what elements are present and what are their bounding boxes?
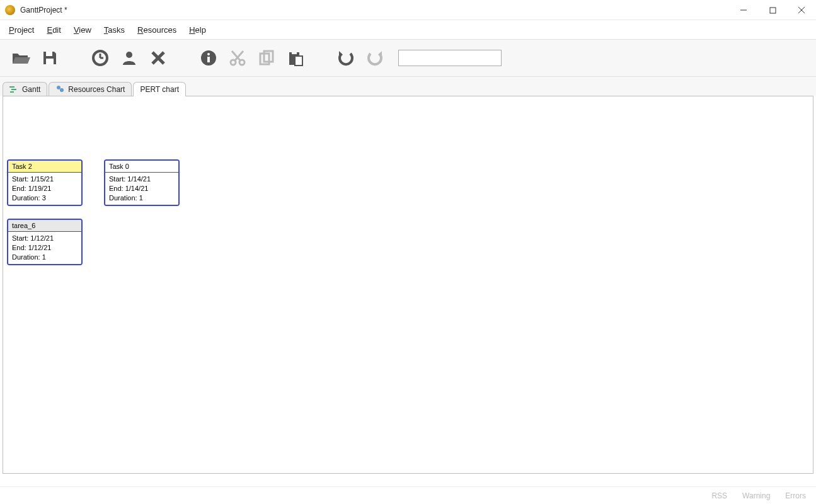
scissors-icon [229, 50, 246, 66]
folder-open-icon [11, 50, 30, 66]
resources-tab-icon [55, 85, 64, 94]
minimize-icon [740, 6, 747, 14]
pert-node-title: Task 2 [8, 161, 81, 173]
copy-icon [258, 50, 275, 66]
svg-point-24 [60, 88, 64, 92]
pert-node-task0[interactable]: Task 0 Start: 1/14/21 End: 1/14/21 Durat… [104, 159, 180, 206]
menu-view[interactable]: View [67, 23, 98, 37]
status-warning[interactable]: Warning [742, 491, 770, 500]
pert-node-body: Start: 1/15/21 End: 1/19/21 Duration: 3 [8, 173, 81, 205]
menu-resources[interactable]: Resources [131, 23, 183, 37]
cut-button[interactable] [224, 45, 251, 71]
undo-button[interactable] [333, 45, 359, 71]
pert-node-title: Task 0 [105, 161, 178, 173]
maximize-button[interactable] [758, 0, 787, 20]
pert-node-end: End: 1/12/21 [12, 243, 78, 253]
svg-rect-1 [770, 8, 776, 13]
info-button[interactable] [195, 45, 222, 71]
tab-gantt[interactable]: Gantt [3, 82, 47, 96]
info-icon [200, 50, 217, 66]
menu-help[interactable]: Help [183, 23, 212, 37]
pert-node-start: Start: 1/15/21 [12, 175, 78, 184]
svg-rect-21 [11, 89, 16, 90]
pert-node-duration: Duration: 3 [12, 193, 78, 203]
status-errors[interactable]: Errors [785, 491, 806, 500]
svg-point-11 [207, 53, 210, 55]
svg-rect-20 [9, 86, 14, 88]
svg-rect-22 [10, 91, 14, 93]
svg-rect-5 [46, 59, 54, 64]
svg-point-23 [57, 86, 60, 89]
pert-node-title: tarea_6 [8, 220, 81, 232]
redo-icon [367, 50, 383, 66]
toolbar [0, 39, 816, 77]
open-button[interactable] [8, 45, 34, 71]
pert-node-duration: Duration: 1 [12, 253, 78, 262]
redo-button[interactable] [362, 45, 388, 71]
delete-button[interactable] [145, 45, 171, 71]
tab-pert-label: PERT chart [140, 85, 179, 94]
window-controls [729, 0, 816, 20]
menu-tasks[interactable]: Tasks [98, 23, 131, 37]
pert-node-start: Start: 1/14/21 [109, 175, 175, 184]
clock-icon [92, 50, 108, 66]
maximize-icon [769, 7, 776, 14]
status-rss[interactable]: RSS [711, 491, 727, 500]
menubar: Project Edit View Tasks Resources Help [0, 20, 816, 39]
save-icon [42, 50, 58, 66]
pert-node-tarea6[interactable]: tarea_6 Start: 1/12/21 End: 1/12/21 Dura… [7, 219, 83, 265]
tab-resources-chart[interactable]: Resources Chart [49, 82, 132, 96]
paste-button[interactable] [282, 45, 309, 71]
paste-icon [287, 50, 304, 66]
close-button[interactable] [787, 0, 816, 20]
search-input[interactable] [398, 50, 502, 66]
x-icon [151, 50, 166, 66]
pert-node-start: Start: 1/12/21 [12, 234, 78, 243]
pert-node-end: End: 1/14/21 [109, 184, 175, 193]
close-icon [798, 6, 805, 14]
recent-button[interactable] [87, 45, 113, 71]
svg-rect-18 [292, 51, 297, 54]
titlebar: GanttProject * [0, 0, 816, 20]
minimize-button[interactable] [729, 0, 758, 20]
statusbar: RSS Warning Errors [0, 486, 816, 504]
save-button[interactable] [37, 45, 63, 71]
svg-rect-19 [295, 56, 302, 66]
person-icon [122, 50, 137, 66]
app-logo-icon [5, 5, 15, 15]
resource-button[interactable] [116, 45, 142, 71]
tab-gantt-label: Gantt [22, 85, 40, 94]
menu-edit[interactable]: Edit [40, 23, 67, 37]
pert-chart-canvas[interactable]: Task 2 Start: 1/15/21 End: 1/19/21 Durat… [3, 96, 813, 474]
pert-node-body: Start: 1/12/21 End: 1/12/21 Duration: 1 [8, 232, 81, 264]
svg-point-9 [126, 52, 132, 58]
pert-node-task2[interactable]: Task 2 Start: 1/15/21 End: 1/19/21 Durat… [7, 159, 83, 206]
pert-node-duration: Duration: 1 [109, 193, 175, 203]
copy-button[interactable] [253, 45, 280, 71]
undo-icon [338, 50, 354, 66]
tab-strip: Gantt Resources Chart PERT chart [0, 77, 816, 96]
tab-resources-label: Resources Chart [68, 85, 125, 94]
svg-rect-4 [46, 52, 52, 56]
window-title: GanttProject * [20, 6, 729, 14]
pert-node-body: Start: 1/14/21 End: 1/14/21 Duration: 1 [105, 173, 178, 205]
pert-node-end: End: 1/19/21 [12, 184, 78, 193]
menu-project[interactable]: Project [3, 23, 40, 37]
svg-rect-12 [207, 57, 210, 62]
tab-pert-chart[interactable]: PERT chart [133, 82, 186, 96]
gantt-tab-icon [9, 85, 18, 94]
